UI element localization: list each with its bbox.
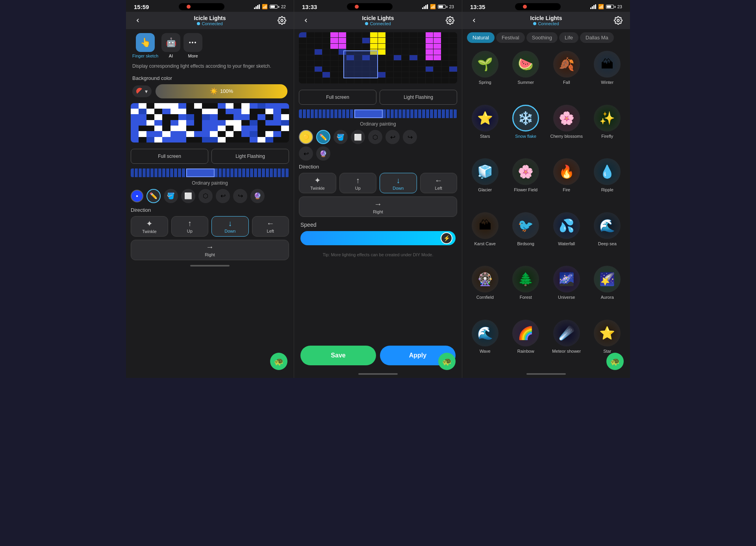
fullscreen-btn-1[interactable]: Full screen	[131, 149, 208, 164]
redo-tool-btn-2[interactable]: ↪	[403, 130, 417, 144]
effect-item-stars[interactable]: ⭐Stars	[465, 102, 505, 154]
rect-tool-btn-2[interactable]: ⬜	[351, 130, 365, 144]
speed-slider-thumb[interactable]: ⚡	[441, 232, 452, 244]
led-grid-1[interactable]: (function(){ var grid = document.current…	[131, 103, 289, 143]
effect-item-karst-cave[interactable]: 🏔Karst Cave	[465, 209, 505, 261]
color-tool-btn-2[interactable]: 🟡	[299, 130, 313, 144]
flashing-btn-1[interactable]: Light Flashing	[211, 149, 289, 164]
effect-item-rainbow[interactable]: 🌈Rainbow	[506, 316, 546, 369]
pencil-tool-btn[interactable]: ✏️	[146, 189, 161, 203]
effect-item-ripple[interactable]: 💧Ripple	[588, 155, 627, 207]
float-btn-1[interactable]: 🐢	[270, 353, 287, 370]
effect-item-universe[interactable]: 🌌Universe	[547, 263, 586, 315]
color-selector[interactable]: ▾	[132, 85, 152, 97]
settings-button-1[interactable]	[276, 15, 287, 26]
time-1: 15:59	[134, 4, 149, 10]
effect-item-fire[interactable]: 🔥Fire	[547, 155, 586, 207]
down-btn-1[interactable]: ↓ Down	[211, 216, 249, 237]
eraser-tool-btn[interactable]: ⬡	[198, 189, 213, 203]
finger-sketch-tool[interactable]: 👆 Finger sketch	[132, 33, 158, 58]
settings-button-3[interactable]	[613, 15, 624, 26]
notch-dot-3	[523, 5, 527, 9]
tab-natural[interactable]: Natural	[467, 32, 495, 43]
left-btn-1[interactable]: ← Left	[252, 216, 289, 237]
color-btn-icon: ●	[136, 194, 138, 198]
tab-dallas[interactable]: Dallas Ma	[580, 32, 614, 43]
effect-item-wave[interactable]: 🌊Wave	[465, 316, 505, 369]
effect-item-snow-flake[interactable]: ❄️Snow flake	[506, 102, 546, 154]
effect-item-winter[interactable]: 🏔Winter	[588, 48, 627, 100]
finger-sketch-icon: 👆	[136, 33, 155, 52]
right-btn-2[interactable]: → Right	[299, 196, 457, 217]
effect-item-glacier[interactable]: 🧊Glacier	[465, 155, 505, 207]
save-button[interactable]: Save	[300, 346, 376, 365]
up-btn-1[interactable]: ↑ Up	[171, 216, 209, 237]
effect-item-waterfall[interactable]: 💦Waterfall	[547, 209, 586, 261]
back-button-2[interactable]	[300, 15, 311, 26]
undo-tool-btn[interactable]: ↩	[216, 189, 230, 203]
extra-tool-2[interactable]: 🔮	[316, 146, 330, 161]
back-button-1[interactable]	[132, 15, 143, 26]
float-icon-1: 🐢	[274, 357, 284, 366]
brightness-bar[interactable]: ☀️ 100%	[156, 84, 287, 98]
redo-tool-btn[interactable]: ↪	[233, 189, 247, 203]
eraser-tool-btn-2[interactable]: ⬡	[368, 130, 382, 144]
color-tool-btn[interactable]: ●	[131, 190, 143, 202]
undo-tool-btn-2[interactable]: ↩	[385, 130, 400, 144]
phone-screen-2: 13:33 📶 23	[294, 0, 462, 378]
effect-item-fall[interactable]: 🍂Fall	[547, 48, 586, 100]
painting-label-1: Ordinary painting	[126, 179, 294, 187]
tab-soothing[interactable]: Soothing	[526, 32, 558, 43]
effect-item-spring[interactable]: 🌱Spring	[465, 48, 505, 100]
tab-festival[interactable]: Festival	[496, 32, 525, 43]
tab-life[interactable]: Life	[559, 32, 578, 43]
battery-icon-2	[438, 5, 447, 9]
ai-icon: 🤖	[161, 33, 180, 52]
effect-item-forest[interactable]: 🌲Forest	[506, 263, 546, 315]
notch-bar-2	[361, 5, 385, 9]
effect-item-summer[interactable]: 🍉Summer	[506, 48, 546, 100]
tool-controls-2: 🟡 ✏️ 🪣 ⬜ ⬡ ↩ ↪	[294, 128, 462, 146]
svg-point-2	[617, 19, 619, 22]
effect-item-birdsong[interactable]: 🐦Birdsong	[506, 209, 546, 261]
effect-item-cherry-blossoms[interactable]: 🌸Cherry blossoms	[547, 102, 586, 154]
brightness-value: 100%	[220, 88, 233, 94]
effect-item-cornfield[interactable]: 🎡Cornfield	[465, 263, 505, 315]
effect-item-meteor-shower[interactable]: ☄️Meteor shower	[547, 316, 586, 369]
right-btn-1[interactable]: → Right	[131, 240, 289, 260]
effect-item-flower-field[interactable]: 🌸Flower Field	[506, 155, 546, 207]
rect-tool-btn[interactable]: ⬜	[181, 189, 195, 203]
twinkle-btn-1[interactable]: ✦ Twinkle	[131, 216, 168, 237]
status-bar-1: 15:59 📶 22	[126, 0, 294, 12]
fill-tool-btn[interactable]: 🪣	[164, 189, 178, 203]
float-btn-2[interactable]: 🐢	[438, 353, 456, 370]
twinkle-btn-2[interactable]: ✦ Twinkle	[299, 173, 336, 193]
settings-button-2[interactable]	[445, 15, 456, 26]
fullscreen-btn-2[interactable]: Full screen	[299, 90, 376, 105]
fill-tool-btn-2[interactable]: 🪣	[334, 130, 348, 144]
effects-grid: 🌱Spring🍉Summer🍂Fall🏔Winter⭐Stars❄️Snow f…	[462, 46, 630, 370]
time-3: 13:35	[470, 4, 485, 10]
ai-tool[interactable]: 🤖 AI	[161, 33, 180, 58]
up-btn-2[interactable]: ↑ Up	[339, 173, 377, 193]
effect-item-firefly[interactable]: ✨Firefly	[588, 102, 627, 154]
left-btn-2[interactable]: ← Left	[420, 173, 458, 193]
speed-slider[interactable]: ⚡	[300, 231, 456, 245]
back-button-3[interactable]	[469, 15, 480, 26]
led-grid-2[interactable]: (function(){ var g=document.currentScrip…	[299, 32, 457, 83]
header-title-2: Icicle Lights Connected	[362, 15, 394, 26]
float-btn-3[interactable]: 🐢	[606, 353, 624, 370]
effect-item-aurora[interactable]: 🌠Aurora	[588, 263, 627, 315]
effect-item-deep-sea[interactable]: 🌊Deep sea	[588, 209, 627, 261]
speed-preview-2	[299, 109, 457, 118]
wifi-icon-3: 📶	[598, 4, 604, 9]
extra-tool-1[interactable]: ↩	[299, 146, 313, 161]
flashing-btn-2[interactable]: Light Flashing	[380, 90, 457, 105]
notch-1	[179, 3, 224, 10]
more-tool[interactable]: ••• More	[183, 33, 202, 58]
down-btn-2[interactable]: ↓ Down	[380, 173, 417, 193]
magic-tool-btn[interactable]: 🔮	[250, 189, 265, 203]
pencil-tool-btn-2[interactable]: ✏️	[316, 130, 330, 144]
time-2: 13:33	[302, 4, 317, 10]
float-icon-2: 🐢	[442, 357, 452, 366]
